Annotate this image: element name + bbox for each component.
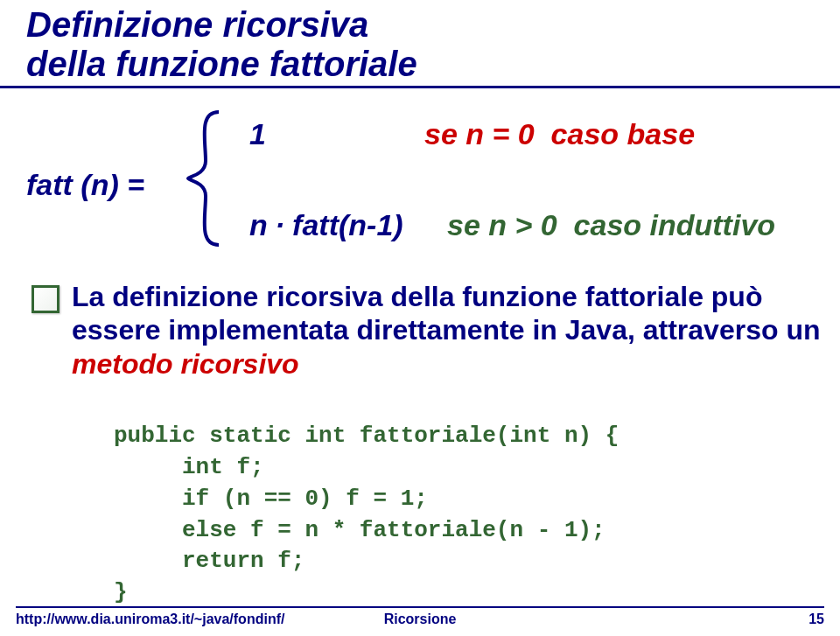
base-case-rhs: se n = 0 caso base xyxy=(424,117,695,151)
code-line-4: else f = n * fattoriale(n - 1); xyxy=(114,517,606,543)
inductive-case-row: n · fatt(n-1) se n > 0 caso induttivo xyxy=(249,208,775,242)
base-case-lhs: 1 xyxy=(249,117,424,151)
code-line-3: if (n == 0) f = 1; xyxy=(114,486,428,512)
title-underline xyxy=(0,86,840,88)
title-line-2: della funzione fattoriale xyxy=(26,45,417,84)
inductive-case-lhs: n · fatt(n-1) xyxy=(249,208,424,242)
title-line-1: Definizione ricorsiva xyxy=(26,5,417,45)
base-case-row: 1 se n = 0 caso base xyxy=(249,117,695,151)
footer-title: Ricorsione xyxy=(384,612,457,627)
brace-icon xyxy=(179,108,232,248)
footer: http://www.dia.uniroma3.it/~java/fondinf… xyxy=(16,606,824,627)
code-line-2: int f; xyxy=(114,454,264,480)
bullet-icon xyxy=(32,285,60,313)
footer-url: http://www.dia.uniroma3.it/~java/fondinf… xyxy=(16,612,284,627)
bullet-item: La definizione ricorsiva della funzione … xyxy=(32,280,824,381)
definition-lhs: fatt (n) = xyxy=(26,168,144,202)
inductive-case-rhs: se n > 0 caso induttivo xyxy=(447,208,775,242)
bullet-text-main: La definizione ricorsiva della funzione … xyxy=(72,281,820,346)
slide-title: Definizione ricorsiva della funzione fat… xyxy=(26,5,417,84)
footer-page-number: 15 xyxy=(808,612,824,627)
bullet-text-accent: metodo ricorsivo xyxy=(72,348,299,380)
code-block: public static int fattoriale(int n) { in… xyxy=(114,389,619,609)
code-line-1: public static int fattoriale(int n) { xyxy=(114,423,619,449)
code-line-6: } xyxy=(114,579,128,605)
bullet-text: La definizione ricorsiva della funzione … xyxy=(72,280,824,381)
code-line-5: return f; xyxy=(114,548,304,574)
